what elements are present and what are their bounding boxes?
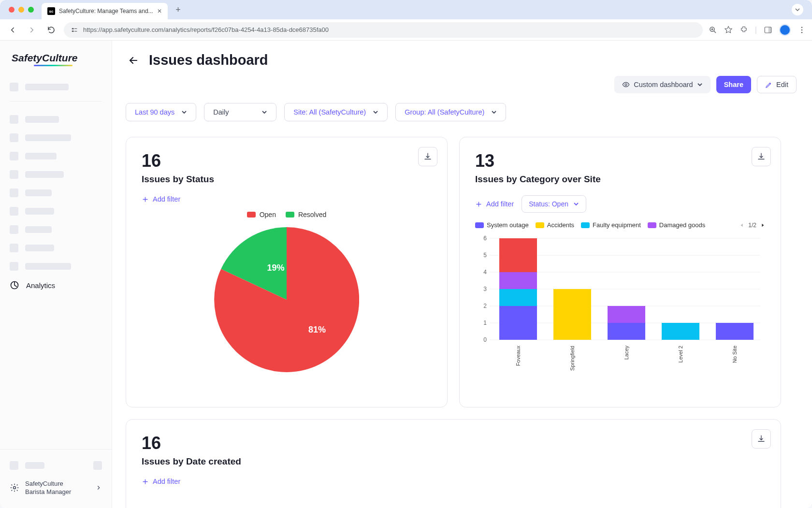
download-button[interactable] xyxy=(418,147,437,166)
legend-label: Faulty equipment xyxy=(593,221,641,229)
svg-text:6: 6 xyxy=(483,235,487,242)
svg-rect-29 xyxy=(553,289,591,340)
zoom-icon[interactable] xyxy=(709,26,717,34)
svg-point-9 xyxy=(14,487,16,489)
svg-text:Level 2: Level 2 xyxy=(678,346,683,363)
chevron-down-icon xyxy=(491,109,497,115)
metric-count: 16 xyxy=(142,433,765,453)
filter-daterange[interactable]: Last 90 days xyxy=(126,103,196,121)
filter-label: Daily xyxy=(213,108,229,116)
workspace-role: Barista Manager xyxy=(25,488,71,496)
svg-text:1: 1 xyxy=(483,319,487,326)
close-window-icon[interactable] xyxy=(9,7,14,13)
download-button[interactable] xyxy=(752,147,771,166)
pager-next-icon[interactable] xyxy=(760,223,765,228)
logo-text: SafetyCulture xyxy=(12,52,78,63)
status-filter-dropdown[interactable]: Status: Open xyxy=(522,195,586,213)
sidebar-item-placeholder xyxy=(10,202,102,220)
tab-dropdown-icon[interactable] xyxy=(792,4,803,15)
dashboard-type-label: Custom dashboard xyxy=(634,81,693,88)
bar-chart: 0 1 2 3 4 5 6 xyxy=(475,233,765,374)
pager-prev-icon[interactable] xyxy=(740,223,744,228)
legend-label: System outage xyxy=(487,221,529,229)
bookmark-icon[interactable] xyxy=(724,26,733,34)
minimize-window-icon[interactable] xyxy=(18,7,24,13)
chevron-down-icon xyxy=(181,109,187,115)
workspace-switcher[interactable]: SafetyCulture Barista Manager xyxy=(10,475,102,501)
chevron-right-icon xyxy=(95,484,102,491)
favicon-icon: sc xyxy=(47,7,55,15)
svg-rect-25 xyxy=(499,306,537,340)
browser-forward-button[interactable] xyxy=(25,23,39,37)
sidebar-item-placeholder xyxy=(10,239,102,257)
dashboard-type-dropdown[interactable]: Custom dashboard xyxy=(614,76,710,93)
back-button[interactable] xyxy=(128,55,139,66)
chevron-down-icon xyxy=(573,201,579,207)
svg-text:0: 0 xyxy=(483,336,487,343)
svg-rect-4 xyxy=(768,27,771,33)
pager-text: 1/2 xyxy=(748,222,756,229)
svg-point-5 xyxy=(801,27,803,28)
sidebar-item-placeholder xyxy=(10,147,102,165)
browser-menu-icon[interactable] xyxy=(798,26,806,34)
share-label: Share xyxy=(724,81,743,88)
svg-point-10 xyxy=(625,84,627,86)
card-issues-by-date: 16 Issues by Date created Add filter xyxy=(126,419,781,508)
svg-text:Springfield: Springfield xyxy=(569,346,575,371)
add-filter-button[interactable]: Add filter xyxy=(142,478,180,485)
sidepanel-icon[interactable] xyxy=(764,26,772,34)
address-bar[interactable]: https://app.safetyculture.com/analytics/… xyxy=(64,22,703,38)
download-icon xyxy=(757,435,766,443)
browser-reload-button[interactable] xyxy=(44,23,58,37)
sidebar-item-placeholder xyxy=(10,220,102,239)
new-tab-button[interactable]: + xyxy=(172,3,185,16)
sidebar-item-analytics[interactable]: Analytics xyxy=(10,276,102,295)
browser-tab[interactable]: sc SafetyCulture: Manage Teams and... ✕ xyxy=(42,3,168,19)
add-filter-label: Add filter xyxy=(153,195,180,203)
browser-back-button[interactable] xyxy=(6,23,19,37)
download-button[interactable] xyxy=(752,429,771,449)
extensions-icon[interactable] xyxy=(740,26,748,34)
svg-rect-31 xyxy=(608,306,645,323)
svg-point-7 xyxy=(801,31,803,33)
maximize-window-icon[interactable] xyxy=(28,7,34,13)
sidebar: SafetyCulture Analytics xyxy=(0,41,112,508)
logo[interactable]: SafetyCulture xyxy=(0,41,112,74)
page-title: Issues dashboard xyxy=(149,52,268,68)
site-settings-icon[interactable] xyxy=(71,26,78,34)
svg-text:3: 3 xyxy=(483,286,487,292)
filter-interval[interactable]: Daily xyxy=(204,103,276,121)
url-text: https://app.safetyculture.com/analytics/… xyxy=(83,26,329,33)
card-title: Issues by Category over Site xyxy=(475,174,765,185)
profile-avatar-icon[interactable] xyxy=(779,24,791,36)
svg-text:No Site: No Site xyxy=(732,346,738,363)
add-filter-button[interactable]: Add filter xyxy=(475,200,514,208)
filter-label: Last 90 days xyxy=(135,108,174,116)
pie-chart: 19% 81% xyxy=(214,227,359,372)
svg-rect-32 xyxy=(662,323,699,340)
gear-icon xyxy=(10,483,19,493)
legend-label: Resolved xyxy=(298,211,326,218)
filter-group[interactable]: Group: All (SafetyCulture) xyxy=(395,103,506,121)
svg-text:Lacey: Lacey xyxy=(624,346,629,360)
svg-text:5: 5 xyxy=(483,252,487,259)
edit-button[interactable]: Edit xyxy=(757,76,797,93)
svg-text:2: 2 xyxy=(483,303,487,309)
chart-legend: Open Resolved xyxy=(247,211,327,218)
legend-label: Damaged goods xyxy=(659,221,705,229)
sidebar-item-placeholder xyxy=(10,129,102,147)
card-issues-by-category: 13 Issues by Category over Site Add filt… xyxy=(459,137,781,407)
filter-bar: Last 90 days Daily Site: All (SafetyCult… xyxy=(112,93,812,125)
svg-rect-1 xyxy=(72,30,74,32)
window-controls[interactable] xyxy=(5,7,38,13)
svg-point-6 xyxy=(801,29,803,30)
add-filter-button[interactable]: Add filter xyxy=(142,195,180,203)
sidebar-item-placeholder xyxy=(10,456,102,475)
close-tab-icon[interactable]: ✕ xyxy=(157,8,162,15)
filter-site[interactable]: Site: All (SafetyCulture) xyxy=(284,103,388,121)
share-button[interactable]: Share xyxy=(716,76,751,93)
svg-text:Foveaux: Foveaux xyxy=(515,346,521,366)
sidebar-item-placeholder xyxy=(10,257,102,276)
plus-icon xyxy=(142,196,149,203)
svg-text:4: 4 xyxy=(483,269,487,276)
